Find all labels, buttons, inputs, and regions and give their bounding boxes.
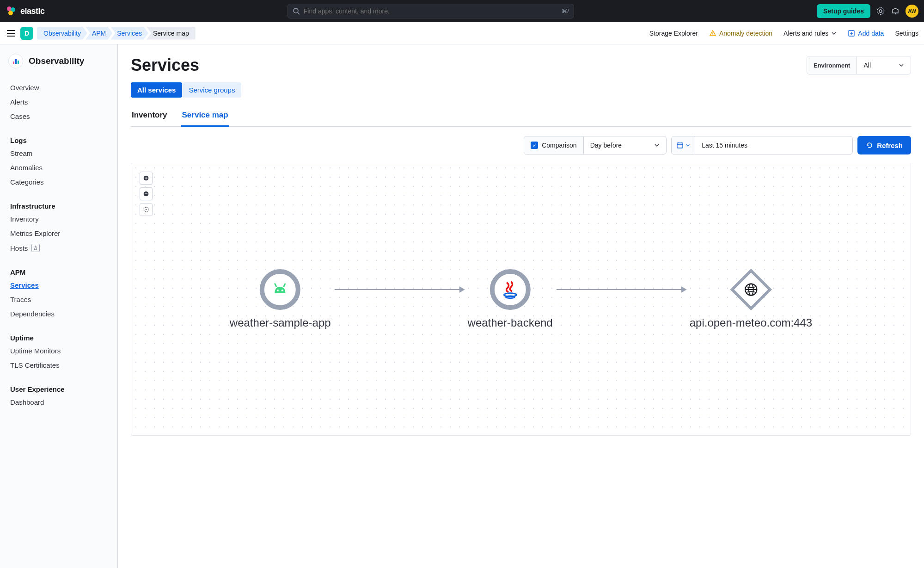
svg-line-4 <box>298 12 300 14</box>
line-tab-service-map[interactable]: Service map <box>181 106 229 127</box>
plus-icon <box>143 175 149 181</box>
comparison-control: ✓ Comparison Day before <box>524 136 667 154</box>
svg-point-5 <box>877 8 884 15</box>
anomaly-detection-link[interactable]: Anomaly detection <box>709 30 772 37</box>
main-layout: Observability Overview Alerts Cases Logs… <box>0 44 924 568</box>
global-search[interactable]: ⌘/ <box>288 4 574 19</box>
node-circle <box>490 269 531 310</box>
java-icon <box>500 279 521 300</box>
user-avatar[interactable]: AW <box>906 5 918 18</box>
svg-line-27 <box>275 284 277 287</box>
environment-value-wrap[interactable]: All <box>857 56 911 74</box>
content: Services Environment All All services Se… <box>118 44 924 568</box>
comparison-toggle[interactable]: ✓ Comparison <box>524 136 583 154</box>
page-head: Services Environment All <box>131 56 911 75</box>
breadcrumb-observability[interactable]: Observability <box>37 27 87 40</box>
breadcrumb-apm[interactable]: APM <box>86 27 112 40</box>
space-badge[interactable]: D <box>20 27 33 40</box>
zoom-out-button[interactable] <box>140 187 153 200</box>
sidebar-item-cases[interactable]: Cases <box>0 109 117 123</box>
svg-point-3 <box>294 8 298 13</box>
service-map-canvas[interactable]: weather-sample-app weather-backend <box>131 163 911 436</box>
comparison-select[interactable]: Day before <box>584 136 666 154</box>
breadcrumbs: Observability APM Services Service map <box>37 27 196 40</box>
pill-tab-service-groups[interactable]: Service groups <box>182 82 241 98</box>
node-label: weather-backend <box>468 316 553 329</box>
pill-tab-all-services[interactable]: All services <box>131 82 182 98</box>
service-map-edge <box>335 289 464 290</box>
svg-point-30 <box>281 290 283 291</box>
time-range-value[interactable]: Last 15 minutes <box>695 136 852 154</box>
zoom-controls <box>140 172 153 216</box>
node-label: weather-sample-app <box>230 316 331 329</box>
sidebar-heading-user-experience: User Experience <box>0 380 117 395</box>
breadcrumb-current: Service map <box>147 27 196 40</box>
line-tab-inventory[interactable]: Inventory <box>131 106 168 127</box>
page-title: Services <box>131 56 199 75</box>
add-data-link[interactable]: Add data <box>848 30 884 37</box>
sidebar-item-uptime-monitors[interactable]: Uptime Monitors <box>0 344 117 358</box>
settings-link[interactable]: Settings <box>895 30 918 37</box>
subheader: D Observability APM Services Service map… <box>0 22 924 44</box>
sidebar-item-dependencies[interactable]: Dependencies <box>0 307 117 321</box>
global-search-wrap: ⌘/ <box>50 4 812 19</box>
fit-button[interactable] <box>140 203 153 216</box>
service-node-external-api[interactable]: api.open-meteo.com:443 <box>690 269 813 329</box>
chevron-down-icon <box>654 142 660 148</box>
newsfeed-icon[interactable] <box>891 6 900 16</box>
add-data-label: Add data <box>858 30 884 37</box>
alerts-rules-link[interactable]: Alerts and rules <box>783 30 837 37</box>
service-node-weather-sample-app[interactable]: weather-sample-app <box>230 269 331 329</box>
sidebar-item-traces[interactable]: Traces <box>0 292 117 307</box>
environment-label: Environment <box>807 56 857 74</box>
zoom-in-button[interactable] <box>140 172 153 185</box>
search-shortcut: ⌘/ <box>562 8 569 14</box>
svg-line-28 <box>284 284 286 287</box>
line-tabs: Inventory Service map <box>131 106 911 127</box>
sidebar-item-services[interactable]: Services <box>0 278 117 292</box>
refresh-label: Refresh <box>877 142 903 149</box>
svg-rect-13 <box>13 62 14 64</box>
svg-rect-16 <box>677 143 683 148</box>
chevron-down-icon <box>685 143 690 148</box>
pill-tabs: All services Service groups <box>131 82 911 98</box>
brand-logo[interactable]: elastic <box>6 6 45 17</box>
search-input[interactable] <box>304 7 558 15</box>
svg-point-2 <box>8 11 13 15</box>
calendar-icon <box>676 142 684 149</box>
anomaly-detection-label: Anomaly detection <box>719 30 772 37</box>
controls-row: ✓ Comparison Day before Last 15 minutes … <box>131 136 911 154</box>
refresh-button[interactable]: Refresh <box>857 136 911 154</box>
minus-icon <box>143 191 149 197</box>
sidebar-item-categories[interactable]: Categories <box>0 175 117 189</box>
help-icon[interactable] <box>876 6 885 16</box>
sidebar-item-dashboard[interactable]: Dashboard <box>0 395 117 409</box>
environment-selector[interactable]: Environment All <box>807 56 911 74</box>
environment-value: All <box>863 62 871 69</box>
sidebar-item-hosts[interactable]: Hosts <box>0 241 117 255</box>
sidebar-item-overview[interactable]: Overview <box>0 80 117 95</box>
service-node-weather-backend[interactable]: weather-backend <box>468 269 553 329</box>
sidebar-title: Observability <box>29 56 84 66</box>
sidebar-item-anomalies[interactable]: Anomalies <box>0 161 117 175</box>
nav-toggle-icon[interactable] <box>6 28 17 39</box>
sidebar-item-inventory[interactable]: Inventory <box>0 212 117 226</box>
time-range-quick-button[interactable] <box>672 136 695 154</box>
setup-guides-button[interactable]: Setup guides <box>817 4 870 18</box>
topbar: elastic ⌘/ Setup guides AW <box>0 0 924 22</box>
comparison-value: Day before <box>590 142 622 149</box>
sidebar-item-metrics-explorer[interactable]: Metrics Explorer <box>0 226 117 241</box>
sidebar-heading-apm: APM <box>0 263 117 278</box>
storage-explorer-link[interactable]: Storage Explorer <box>649 30 698 37</box>
sidebar-heading-infrastructure: Infrastructure <box>0 197 117 212</box>
brand-text: elastic <box>20 6 45 16</box>
add-data-icon <box>848 30 855 37</box>
time-range-control: Last 15 minutes <box>671 136 853 154</box>
sidebar-item-tls-certificates[interactable]: TLS Certificates <box>0 358 117 372</box>
sidebar-item-stream[interactable]: Stream <box>0 146 117 161</box>
sidebar: Observability Overview Alerts Cases Logs… <box>0 44 118 568</box>
svg-rect-14 <box>15 59 17 64</box>
fit-icon <box>143 206 149 213</box>
breadcrumb-services[interactable]: Services <box>110 27 148 40</box>
sidebar-item-alerts[interactable]: Alerts <box>0 95 117 109</box>
